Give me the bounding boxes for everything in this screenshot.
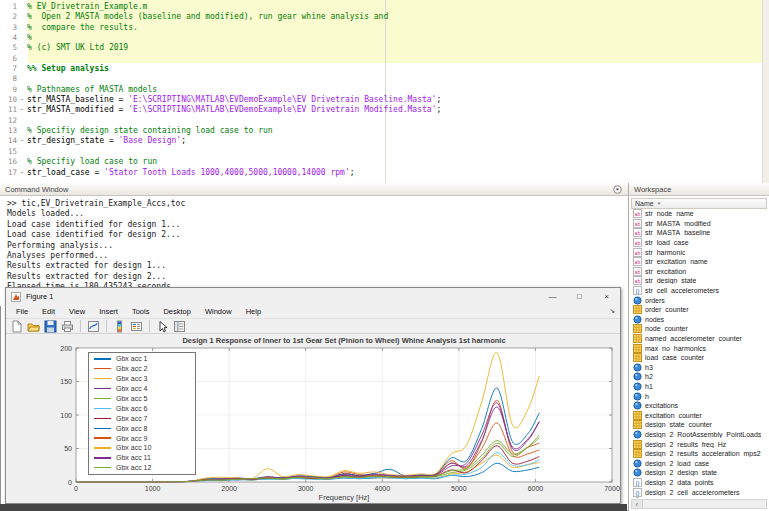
print-figure-icon[interactable]: [60, 319, 75, 333]
editor-line[interactable]: 7%% Setup analysis: [0, 64, 762, 74]
variable-type-icon-double: [633, 353, 642, 362]
menu-view[interactable]: View: [62, 307, 92, 316]
workspace-variable-row[interactable]: h2: [631, 372, 767, 382]
legend-entry[interactable]: Gbx acc 3: [89, 374, 195, 384]
minimize-window-icon[interactable]: —: [539, 288, 566, 305]
workspace-variable-row[interactable]: abstr_MASTA_baseline: [631, 228, 767, 238]
workspace-variable-row[interactable]: order_counter: [631, 305, 767, 315]
workspace-hscrollbar[interactable]: ‹: [631, 499, 767, 509]
workspace-variable-row[interactable]: node_counter: [631, 324, 767, 334]
figure-titlebar[interactable]: Figure 1 — □ ×: [6, 288, 620, 305]
editor-line[interactable]: 14-str_design_state = 'Base Design';: [0, 136, 762, 146]
editor-line[interactable]: 9% Pathnames of MASTA models: [0, 85, 762, 95]
workspace-variable-row[interactable]: design_2: [631, 497, 767, 498]
editor-line[interactable]: 3% compare the results.: [0, 23, 762, 33]
editor-line[interactable]: 15: [0, 147, 762, 157]
editor-scrollbar[interactable]: [762, 0, 769, 183]
legend-entry[interactable]: Gbx acc 7: [89, 413, 195, 423]
workspace-variable-row[interactable]: abstr_MASTA_modified: [631, 219, 767, 229]
workspace-variable-row[interactable]: abstr_harmonic: [631, 247, 767, 257]
workspace-variable-row[interactable]: abstr_node_name: [631, 209, 767, 219]
exec-marker: [17, 74, 27, 84]
insert-colorbar-icon[interactable]: [112, 319, 127, 333]
editor-line[interactable]: 1% EV_Drivetrain_Example.m: [0, 2, 762, 12]
exec-marker: -: [17, 136, 27, 146]
workspace-variable-row[interactable]: named_accelerometer_counter: [631, 334, 767, 344]
workspace-variable-row[interactable]: abstr_excitation_name: [631, 257, 767, 267]
open-file-icon[interactable]: [26, 319, 41, 333]
workspace-variable-row[interactable]: {}design_2_data_points: [631, 478, 767, 488]
workspace-variable-row[interactable]: orders: [631, 295, 767, 305]
menu-window[interactable]: Window: [198, 307, 239, 316]
editor-lines[interactable]: 1% EV_Drivetrain_Example.m2% Open 2 MAST…: [0, 2, 762, 178]
save-figure-icon[interactable]: [43, 319, 58, 333]
editor-line[interactable]: 12: [0, 116, 762, 126]
menu-tools[interactable]: Tools: [125, 307, 157, 316]
workspace-variable-row[interactable]: abstr_design_state: [631, 276, 767, 286]
workspace-variable-row[interactable]: design_2_RootAssembly_PointLoads: [631, 430, 767, 440]
legend-entry[interactable]: Gbx acc 2: [89, 364, 195, 374]
editor-line[interactable]: 16% Specifiy load case to run: [0, 157, 762, 167]
legend-entry[interactable]: Gbx acc 4: [89, 384, 195, 394]
edit-plot-icon[interactable]: [155, 319, 170, 333]
menu-insert[interactable]: Insert: [92, 307, 125, 316]
workspace-variable-row[interactable]: load_case_counter: [631, 353, 767, 363]
editor-line[interactable]: 13% Specifiy design state containing loa…: [0, 126, 762, 136]
menu-help[interactable]: Help: [239, 307, 268, 316]
legend-entry[interactable]: Gbx acc 6: [89, 403, 195, 413]
workspace-variable-row[interactable]: {}str_cell_accelerometers: [631, 286, 767, 296]
editor-line[interactable]: 4%: [0, 33, 762, 43]
legend-entry[interactable]: Gbx acc 5: [89, 394, 195, 404]
y-tick-label: 100: [60, 412, 72, 419]
editor-line[interactable]: 8: [0, 74, 762, 84]
legend-entry[interactable]: Gbx acc 10: [89, 443, 195, 453]
minimize-pane-icon[interactable]: [613, 185, 622, 194]
property-inspector-icon[interactable]: [172, 319, 187, 333]
workspace-variable-row[interactable]: design_2_load_case: [631, 458, 767, 468]
legend-entry[interactable]: Gbx acc 9: [89, 433, 195, 443]
legend-entry[interactable]: Gbx acc 12: [89, 463, 195, 473]
editor-line[interactable]: 17-str_load_case = 'Stator Tooth Loads 1…: [0, 168, 762, 178]
variable-type-icon-double: [633, 411, 642, 420]
editor-line[interactable]: 5% (c) SMT UK Ltd 2019: [0, 43, 762, 53]
insert-legend-icon[interactable]: [129, 319, 144, 333]
dock-figure-icon[interactable]: ↘: [609, 307, 615, 315]
maximize-window-icon[interactable]: □: [566, 288, 593, 305]
workspace-variable-row[interactable]: design_2_design_state: [631, 468, 767, 478]
workspace-variable-row[interactable]: excitations: [631, 401, 767, 411]
workspace-list[interactable]: abstr_node_nameabstr_MASTA_modifiedabstr…: [631, 209, 767, 498]
workspace-variable-row[interactable]: abstr_load_case: [631, 238, 767, 248]
menu-desktop[interactable]: Desktop: [156, 307, 198, 316]
workspace-variable-row[interactable]: excitation_counter: [631, 410, 767, 420]
workspace-variable-row[interactable]: nodes: [631, 315, 767, 325]
workspace-variable-row[interactable]: design_2_results_freq_Hz: [631, 439, 767, 449]
menu-file[interactable]: File: [9, 307, 35, 316]
workspace-variable-row[interactable]: h3: [631, 363, 767, 373]
editor-line[interactable]: 10-str_MASTA_baseline = 'E:\SCRIPTING\MA…: [0, 95, 762, 105]
workspace-variable-row[interactable]: abstr_excitation: [631, 267, 767, 277]
editor-line[interactable]: 11-str_MASTA_modified = 'E:\SCRIPTING\MA…: [0, 105, 762, 115]
legend-entry[interactable]: Gbx acc 1: [89, 354, 195, 364]
workspace-variable-row[interactable]: design_state_counter: [631, 420, 767, 430]
menu-edit[interactable]: Edit: [35, 307, 62, 316]
plot-legend[interactable]: Gbx acc 1Gbx acc 2Gbx acc 3Gbx acc 4Gbx …: [88, 352, 196, 475]
link-plot-icon[interactable]: [86, 319, 101, 333]
workspace-variable-row[interactable]: h1: [631, 382, 767, 392]
workspace-variable-row[interactable]: {}design_2_cell_accelerometers: [631, 487, 767, 497]
command-window-header[interactable]: Command Window: [0, 183, 628, 196]
legend-entry[interactable]: Gbx acc 8: [89, 423, 195, 433]
close-window-icon[interactable]: ×: [593, 288, 620, 305]
workspace-header[interactable]: Workspace: [629, 183, 769, 196]
new-figure-icon[interactable]: [9, 319, 24, 333]
workspace-variable-row[interactable]: max_no_harmonics: [631, 343, 767, 353]
exec-marker: [17, 23, 27, 33]
editor-line[interactable]: 2% Open 2 MASTA models (baseline and mod…: [0, 12, 762, 22]
editor-pane[interactable]: 1% EV_Drivetrain_Example.m2% Open 2 MAST…: [0, 0, 769, 184]
scroll-left-icon[interactable]: ‹: [632, 500, 643, 508]
workspace-name-column-header[interactable]: Name ▼: [631, 198, 767, 209]
editor-line[interactable]: 6: [0, 54, 762, 64]
legend-entry[interactable]: Gbx acc 11: [89, 453, 195, 463]
workspace-variable-row[interactable]: h: [631, 391, 767, 401]
legend-label: Gbx acc 11: [116, 454, 151, 461]
workspace-variable-row[interactable]: design_2_results_acceleration_mps2: [631, 449, 767, 459]
